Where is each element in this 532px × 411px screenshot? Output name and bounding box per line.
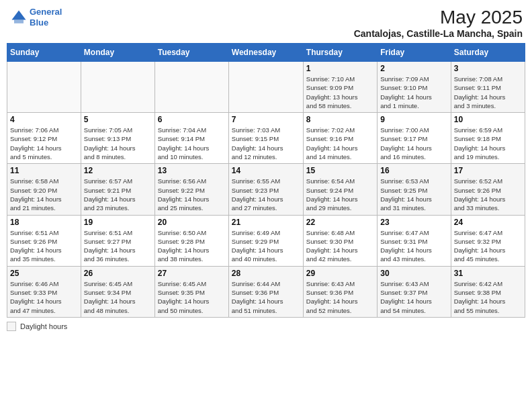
week-row-3: 11Sunrise: 6:58 AM Sunset: 9:20 PM Dayli…	[7, 164, 525, 215]
day-number: 2	[380, 64, 447, 73]
day-info: Sunrise: 7:03 AM Sunset: 9:15 PM Dayligh…	[232, 126, 300, 161]
title-area: May 2025 Cantalojas, Castille-La Mancha,…	[354, 7, 523, 39]
month-title: May 2025	[354, 7, 523, 28]
weekday-header-friday: Friday	[378, 44, 451, 62]
day-number: 10	[454, 115, 522, 124]
day-number: 23	[380, 218, 447, 227]
day-info: Sunrise: 6:47 AM Sunset: 9:31 PM Dayligh…	[380, 228, 447, 264]
day-info: Sunrise: 7:08 AM Sunset: 9:11 PM Dayligh…	[454, 75, 522, 110]
day-info: Sunrise: 6:55 AM Sunset: 9:23 PM Dayligh…	[232, 177, 300, 212]
calendar-cell: 23Sunrise: 6:47 AM Sunset: 9:31 PM Dayli…	[378, 215, 451, 266]
calendar-cell: 8Sunrise: 7:02 AM Sunset: 9:16 PM Daylig…	[303, 113, 377, 164]
day-info: Sunrise: 6:43 AM Sunset: 9:37 PM Dayligh…	[380, 279, 447, 315]
calendar-cell: 10Sunrise: 6:59 AM Sunset: 9:18 PM Dayli…	[451, 113, 525, 164]
svg-marker-0	[12, 10, 26, 19]
day-info: Sunrise: 6:53 AM Sunset: 9:25 PM Dayligh…	[380, 177, 447, 212]
day-info: Sunrise: 7:10 AM Sunset: 9:09 PM Dayligh…	[306, 75, 374, 110]
calendar-cell: 20Sunrise: 6:50 AM Sunset: 9:28 PM Dayli…	[154, 215, 228, 266]
day-info: Sunrise: 6:45 AM Sunset: 9:35 PM Dayligh…	[158, 279, 226, 315]
calendar-cell: 1Sunrise: 7:10 AM Sunset: 9:09 PM Daylig…	[303, 62, 377, 113]
calendar-cell: 12Sunrise: 6:57 AM Sunset: 9:21 PM Dayli…	[81, 164, 154, 215]
week-row-4: 18Sunrise: 6:51 AM Sunset: 9:26 PM Dayli…	[7, 215, 525, 266]
calendar-cell	[7, 62, 81, 113]
day-info: Sunrise: 6:57 AM Sunset: 9:21 PM Dayligh…	[84, 177, 152, 212]
day-number: 6	[158, 115, 226, 124]
day-info: Sunrise: 6:45 AM Sunset: 9:34 PM Dayligh…	[84, 279, 152, 315]
day-info: Sunrise: 6:56 AM Sunset: 9:22 PM Dayligh…	[158, 177, 226, 212]
logo-text: General Blue	[30, 7, 62, 28]
weekday-header-row: SundayMondayTuesdayWednesdayThursdayFrid…	[7, 44, 525, 62]
day-info: Sunrise: 6:47 AM Sunset: 9:32 PM Dayligh…	[454, 228, 522, 264]
header: General Blue May 2025 Cantalojas, Castil…	[7, 7, 525, 39]
day-info: Sunrise: 6:54 AM Sunset: 9:24 PM Dayligh…	[306, 177, 374, 212]
day-info: Sunrise: 7:02 AM Sunset: 9:16 PM Dayligh…	[306, 126, 374, 161]
day-number: 30	[380, 269, 447, 278]
day-number: 22	[306, 218, 374, 227]
legend: Daylight hours	[7, 322, 525, 331]
day-number: 4	[10, 115, 78, 124]
calendar-cell: 4Sunrise: 7:06 AM Sunset: 9:12 PM Daylig…	[7, 113, 81, 164]
day-number: 20	[158, 218, 226, 227]
calendar-cell: 3Sunrise: 7:08 AM Sunset: 9:11 PM Daylig…	[451, 62, 525, 113]
day-number: 27	[158, 269, 226, 278]
calendar-cell: 9Sunrise: 7:00 AM Sunset: 9:17 PM Daylig…	[378, 113, 451, 164]
calendar-cell: 21Sunrise: 6:49 AM Sunset: 9:29 PM Dayli…	[228, 215, 303, 266]
day-number: 26	[84, 269, 152, 278]
calendar-cell	[81, 62, 154, 113]
day-info: Sunrise: 6:46 AM Sunset: 9:33 PM Dayligh…	[10, 279, 78, 315]
calendar-cell	[228, 62, 303, 113]
day-number: 1	[306, 64, 374, 73]
calendar-cell: 16Sunrise: 6:53 AM Sunset: 9:25 PM Dayli…	[378, 164, 451, 215]
calendar-cell: 7Sunrise: 7:03 AM Sunset: 9:15 PM Daylig…	[228, 113, 303, 164]
day-info: Sunrise: 7:04 AM Sunset: 9:14 PM Dayligh…	[158, 126, 226, 161]
day-number: 21	[232, 218, 300, 227]
day-info: Sunrise: 6:48 AM Sunset: 9:30 PM Dayligh…	[306, 228, 374, 264]
day-number: 29	[306, 269, 374, 278]
day-number: 31	[454, 269, 522, 278]
day-number: 25	[10, 269, 78, 278]
location-title: Cantalojas, Castille-La Mancha, Spain	[354, 28, 523, 39]
day-info: Sunrise: 6:50 AM Sunset: 9:28 PM Dayligh…	[158, 228, 226, 264]
calendar-cell: 15Sunrise: 6:54 AM Sunset: 9:24 PM Dayli…	[303, 164, 377, 215]
day-number: 14	[232, 166, 300, 175]
calendar-cell: 31Sunrise: 6:42 AM Sunset: 9:38 PM Dayli…	[451, 266, 525, 317]
weekday-header-thursday: Thursday	[303, 44, 377, 62]
weekday-header-monday: Monday	[81, 44, 154, 62]
logo-icon	[9, 8, 28, 27]
day-number: 9	[380, 115, 447, 124]
calendar-cell: 18Sunrise: 6:51 AM Sunset: 9:26 PM Dayli…	[7, 215, 81, 266]
day-number: 17	[454, 166, 522, 175]
calendar-cell	[154, 62, 228, 113]
day-info: Sunrise: 6:51 AM Sunset: 9:26 PM Dayligh…	[10, 228, 78, 264]
day-number: 18	[10, 218, 78, 227]
day-info: Sunrise: 7:00 AM Sunset: 9:17 PM Dayligh…	[380, 126, 447, 161]
calendar-cell: 24Sunrise: 6:47 AM Sunset: 9:32 PM Dayli…	[451, 215, 525, 266]
calendar-cell: 28Sunrise: 6:44 AM Sunset: 9:36 PM Dayli…	[228, 266, 303, 317]
calendar-cell: 5Sunrise: 7:05 AM Sunset: 9:13 PM Daylig…	[81, 113, 154, 164]
day-number: 8	[306, 115, 374, 124]
week-row-1: 1Sunrise: 7:10 AM Sunset: 9:09 PM Daylig…	[7, 62, 525, 113]
day-info: Sunrise: 6:59 AM Sunset: 9:18 PM Dayligh…	[454, 126, 522, 161]
day-info: Sunrise: 6:52 AM Sunset: 9:26 PM Dayligh…	[454, 177, 522, 212]
calendar-cell: 2Sunrise: 7:09 AM Sunset: 9:10 PM Daylig…	[378, 62, 451, 113]
calendar-cell: 29Sunrise: 6:43 AM Sunset: 9:36 PM Dayli…	[303, 266, 377, 317]
day-number: 11	[10, 166, 78, 175]
day-number: 5	[84, 115, 152, 124]
calendar-cell: 14Sunrise: 6:55 AM Sunset: 9:23 PM Dayli…	[228, 164, 303, 215]
day-number: 19	[84, 218, 152, 227]
calendar-table: SundayMondayTuesdayWednesdayThursdayFrid…	[7, 43, 525, 318]
calendar-cell: 26Sunrise: 6:45 AM Sunset: 9:34 PM Dayli…	[81, 266, 154, 317]
week-row-2: 4Sunrise: 7:06 AM Sunset: 9:12 PM Daylig…	[7, 113, 525, 164]
day-info: Sunrise: 7:05 AM Sunset: 9:13 PM Dayligh…	[84, 126, 152, 161]
calendar-cell: 17Sunrise: 6:52 AM Sunset: 9:26 PM Dayli…	[451, 164, 525, 215]
calendar-cell: 6Sunrise: 7:04 AM Sunset: 9:14 PM Daylig…	[154, 113, 228, 164]
logo: General Blue	[9, 7, 62, 28]
day-number: 16	[380, 166, 447, 175]
calendar-cell: 22Sunrise: 6:48 AM Sunset: 9:30 PM Dayli…	[303, 215, 377, 266]
day-number: 15	[306, 166, 374, 175]
legend-label: Daylight hours	[20, 322, 67, 330]
weekday-header-saturday: Saturday	[451, 44, 525, 62]
day-info: Sunrise: 7:06 AM Sunset: 9:12 PM Dayligh…	[10, 126, 78, 161]
calendar-cell: 25Sunrise: 6:46 AM Sunset: 9:33 PM Dayli…	[7, 266, 81, 317]
day-number: 7	[232, 115, 300, 124]
